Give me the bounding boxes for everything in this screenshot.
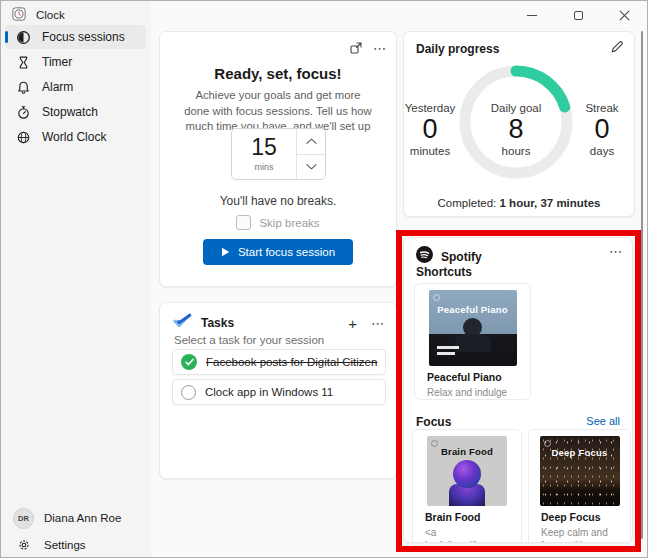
world-clock-icon — [15, 129, 31, 145]
playlist-tile-peaceful-piano[interactable]: Peaceful Piano Peaceful Piano Relax and … — [414, 283, 531, 400]
timer-icon — [15, 54, 31, 70]
duration-decrease-button[interactable] — [297, 155, 325, 180]
see-all-link[interactable]: See all — [586, 415, 620, 427]
sidebar-item-label: Alarm — [42, 80, 73, 94]
add-task-button[interactable]: + — [348, 316, 357, 331]
album-art-text: Brain Food — [427, 446, 507, 457]
stat-value: 0 — [390, 114, 470, 145]
playlist-title: Peaceful Piano — [427, 371, 530, 383]
stat-value: 8 — [476, 114, 556, 145]
popout-icon — [349, 41, 363, 55]
duration-increase-button[interactable] — [297, 129, 325, 155]
user-name: Diana Ann Roe — [44, 512, 121, 524]
playlist-tile-brain-food[interactable]: Brain Food Brain Food <a href="spotify:g… — [412, 429, 522, 543]
stat-label: Daily goal — [476, 102, 556, 114]
sidebar-item-label: Focus sessions — [42, 30, 125, 44]
album-art-brain-food: Brain Food — [427, 436, 507, 506]
close-icon — [619, 10, 630, 21]
minimize-icon — [527, 15, 537, 16]
stat-label: Yesterday — [390, 102, 470, 114]
duration-unit: mins — [254, 162, 273, 172]
task-label: Clock app in Windows 11 — [205, 386, 333, 398]
task-completed-check-icon[interactable] — [181, 354, 197, 370]
playlist-tile-deep-focus[interactable]: Deep Focus Deep Focus Keep calm and focu… — [528, 429, 631, 543]
app-title-label: Clock — [36, 9, 65, 21]
breaks-note: You'll have no breaks. — [160, 194, 396, 208]
sidebar-nav: Focus sessions Timer Alarm Stopwatch — [5, 25, 146, 150]
sidebar: Focus sessions Timer Alarm Stopwatch — [1, 1, 151, 557]
playlist-description: Relax and indulge with beautiful piano..… — [427, 386, 518, 400]
stat-streak: Streak 0 days — [562, 102, 642, 157]
completed-value: 1 hour, 37 minutes — [500, 197, 601, 209]
minimize-button[interactable] — [509, 1, 555, 29]
app-title: Clock — [12, 7, 65, 23]
completed-summary: Completed: 1 hour, 37 minutes — [404, 197, 634, 209]
spotify-more-button[interactable]: ⋯ — [609, 245, 622, 258]
start-button-label: Start focus session — [238, 246, 335, 258]
close-button[interactable] — [601, 1, 647, 29]
stat-yesterday: Yesterday 0 minutes — [390, 102, 470, 157]
stat-value: 0 — [562, 114, 642, 145]
tasks-title: Tasks — [201, 316, 234, 330]
stat-unit: hours — [476, 145, 556, 157]
tasks-card: Tasks + ⋯ Select a task for your session… — [159, 302, 397, 479]
daily-progress-title: Daily progress — [416, 42, 499, 56]
playlist-description: <a href="spotify:genre:... — [425, 526, 509, 543]
album-art-peaceful-piano: Peaceful Piano — [429, 290, 517, 366]
account-button[interactable]: DR Diana Ann Roe — [5, 505, 146, 531]
alarm-bell-icon — [15, 79, 31, 95]
sidebar-item-stopwatch[interactable]: Stopwatch — [5, 100, 146, 124]
chevron-up-icon — [306, 138, 317, 145]
start-focus-session-button[interactable]: Start focus session — [203, 239, 353, 265]
focus-card-title: Ready, set, focus! — [160, 65, 396, 82]
playlist-description: Keep calm and focus with ambient and... — [541, 526, 618, 543]
playlist-title: Deep Focus — [541, 511, 630, 523]
skip-breaks-checkbox[interactable] — [236, 215, 251, 230]
sidebar-item-timer[interactable]: Timer — [5, 50, 146, 74]
sidebar-item-label: Timer — [42, 55, 72, 69]
stat-unit: minutes — [390, 145, 470, 157]
stat-unit: days — [562, 145, 642, 157]
pencil-icon — [610, 40, 624, 54]
spotify-badge-icon — [433, 294, 440, 301]
sidebar-item-world-clock[interactable]: World Clock — [5, 125, 146, 149]
popout-button[interactable] — [349, 41, 363, 55]
stopwatch-icon — [15, 104, 31, 120]
sidebar-item-alarm[interactable]: Alarm — [5, 75, 146, 99]
skip-breaks-label: Skip breaks — [259, 217, 319, 229]
tasks-more-button[interactable]: ⋯ — [371, 317, 384, 330]
album-art-text: Peaceful Piano — [429, 304, 517, 315]
daily-progress-card: Daily progress Yesterday 0 minutes Daily… — [403, 31, 635, 217]
clock-app-icon — [12, 7, 26, 23]
maximize-icon — [574, 11, 583, 20]
settings-label: Settings — [44, 539, 86, 551]
stat-daily-goal: Daily goal 8 hours — [476, 102, 556, 157]
maximize-button[interactable] — [555, 1, 601, 29]
duration-value-box[interactable]: 15 mins — [232, 129, 296, 179]
focus-card-more-button[interactable]: ⋯ — [373, 42, 386, 55]
play-icon — [221, 247, 230, 257]
duration-stepper: 15 mins — [231, 128, 326, 180]
chevron-down-icon — [306, 163, 317, 170]
duration-value: 15 — [251, 136, 277, 159]
album-art-text: Deep Focus — [540, 447, 620, 458]
edit-goal-button[interactable] — [610, 40, 624, 54]
main-scrollbar[interactable] — [641, 31, 643, 539]
spotify-card: Spotify ⋯ Shortcuts Peaceful Piano Peace… — [403, 237, 633, 543]
playlist-title: Brain Food — [425, 511, 521, 523]
gear-icon — [13, 538, 34, 552]
spotify-badge-icon — [544, 440, 551, 447]
focus-section-heading: Focus — [416, 415, 451, 429]
task-row[interactable]: Clock app in Windows 11 — [172, 379, 386, 405]
spotify-brand-label: Spotify — [441, 250, 482, 264]
focus-sessions-icon — [15, 29, 31, 45]
sidebar-item-label: Stopwatch — [42, 105, 98, 119]
shortcuts-heading: Shortcuts — [416, 265, 472, 279]
tasks-subtitle: Select a task for your session — [174, 334, 324, 346]
task-label: Facebook posts for Digital Citizen — [206, 356, 377, 368]
avatar: DR — [13, 508, 34, 529]
task-row-completed[interactable]: Facebook posts for Digital Citizen — [172, 349, 386, 375]
task-radio-icon[interactable] — [181, 385, 196, 400]
completed-label: Completed: — [438, 197, 500, 209]
sidebar-item-settings[interactable]: Settings — [5, 532, 146, 558]
